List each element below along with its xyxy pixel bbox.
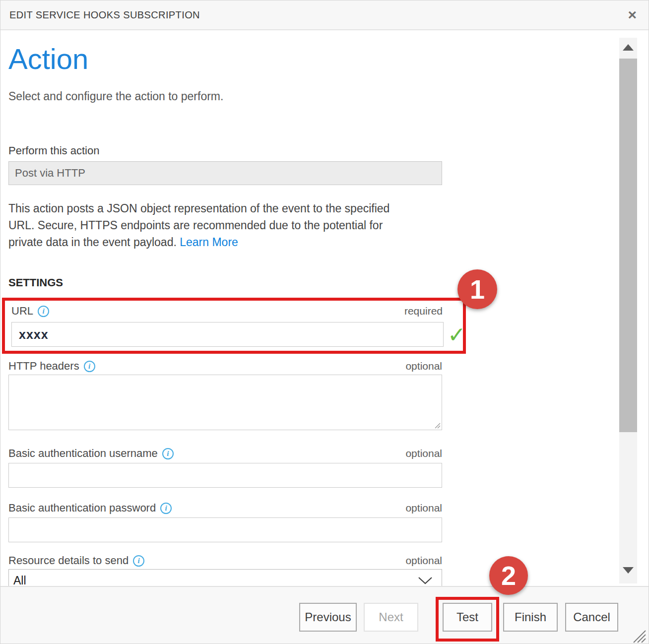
- basic-auth-password-optional-badge: optional: [405, 502, 442, 514]
- learn-more-link[interactable]: Learn More: [180, 236, 238, 249]
- scrollbar-thumb[interactable]: [619, 59, 637, 432]
- info-icon[interactable]: i: [162, 448, 174, 459]
- finish-button[interactable]: Finish: [503, 603, 558, 632]
- chevron-down-icon: [418, 577, 433, 584]
- vertical-scrollbar[interactable]: [619, 38, 637, 583]
- dialog-title: EDIT SERVICE HOOKS SUBSCRIPTION: [9, 9, 200, 21]
- http-headers-textarea[interactable]: [8, 375, 442, 430]
- url-input[interactable]: [11, 322, 444, 347]
- resource-details-label-text: Resource details to send: [8, 554, 129, 567]
- basic-auth-username-label: Basic authentication username i: [8, 447, 174, 460]
- window-resize-grip[interactable]: [632, 629, 647, 644]
- http-headers-label-text: HTTP headers: [8, 360, 79, 373]
- description-line: private data in the event payload. Learn…: [8, 234, 453, 251]
- basic-auth-username-input[interactable]: [8, 463, 442, 488]
- info-icon[interactable]: i: [160, 503, 172, 514]
- info-icon[interactable]: i: [133, 555, 144, 567]
- annotation-step1-badge: 1: [457, 269, 497, 309]
- page-title: Action: [8, 42, 88, 75]
- resource-details-label: Resource details to send i: [8, 554, 144, 567]
- page-subtitle: Select and configure the action to perfo…: [8, 90, 223, 103]
- url-required-badge: required: [404, 305, 443, 317]
- info-icon[interactable]: i: [38, 306, 49, 317]
- perform-action-field: [8, 161, 442, 185]
- close-icon[interactable]: ×: [628, 7, 637, 22]
- resource-details-selected-value: All: [13, 574, 26, 587]
- basic-auth-password-label-text: Basic authentication password: [8, 502, 156, 515]
- resource-details-optional-badge: optional: [405, 555, 442, 567]
- http-headers-row: HTTP headers i optional: [8, 360, 442, 373]
- description-line: This action posts a JSON object represen…: [8, 200, 453, 217]
- url-label-text: URL: [11, 305, 33, 318]
- perform-action-label: Perform this action: [8, 144, 99, 157]
- basic-auth-username-label-text: Basic authentication username: [8, 447, 158, 460]
- http-headers-optional-badge: optional: [405, 360, 442, 372]
- url-field-row: URL i required: [11, 305, 443, 318]
- url-label: URL i: [11, 305, 49, 318]
- dialog-footer: Previous Next Test Finish Cancel: [0, 586, 649, 644]
- basic-auth-username-row: Basic authentication username i optional: [8, 447, 442, 460]
- previous-button[interactable]: Previous: [299, 603, 357, 632]
- action-description: This action posts a JSON object represen…: [8, 200, 453, 251]
- basic-auth-username-optional-badge: optional: [405, 448, 442, 459]
- resource-details-row: Resource details to send i optional: [8, 554, 442, 567]
- scroll-down-icon[interactable]: [623, 567, 634, 574]
- http-headers-label: HTTP headers i: [8, 360, 95, 373]
- scroll-up-icon[interactable]: [623, 44, 634, 51]
- info-icon[interactable]: i: [84, 361, 95, 372]
- basic-auth-password-row: Basic authentication password i optional: [8, 502, 442, 515]
- basic-auth-password-input[interactable]: [8, 517, 442, 542]
- settings-heading: SETTINGS: [8, 276, 63, 289]
- dialog-titlebar: EDIT SERVICE HOOKS SUBSCRIPTION ×: [0, 0, 649, 30]
- basic-auth-password-label: Basic authentication password i: [8, 502, 172, 515]
- next-button: Next: [364, 603, 418, 632]
- description-line: URL. Secure, HTTPS endpoints are recomme…: [8, 217, 453, 234]
- description-line3-text: private data in the event payload.: [8, 236, 177, 249]
- valid-check-icon: ✓: [448, 322, 466, 347]
- cancel-button[interactable]: Cancel: [565, 603, 618, 632]
- test-button[interactable]: Test: [443, 603, 492, 632]
